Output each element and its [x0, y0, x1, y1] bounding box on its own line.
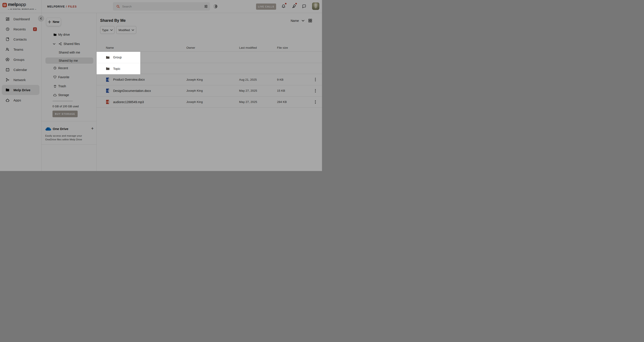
melp-app-window: melpapp — AI DIGITAL WORKPLACE — MELPDRI… [0, 0, 322, 171]
spotlight-row-topic[interactable]: Topic [96, 63, 140, 74]
spotlight-row-group[interactable]: Group [96, 52, 140, 63]
folder-name: Topic [113, 67, 120, 70]
folder-icon [106, 66, 110, 71]
folder-icon [106, 55, 110, 60]
dim-overlay [0, 0, 322, 171]
folder-name: Group [113, 55, 122, 59]
spotlight-folders-panel: Group Topic [96, 52, 140, 74]
